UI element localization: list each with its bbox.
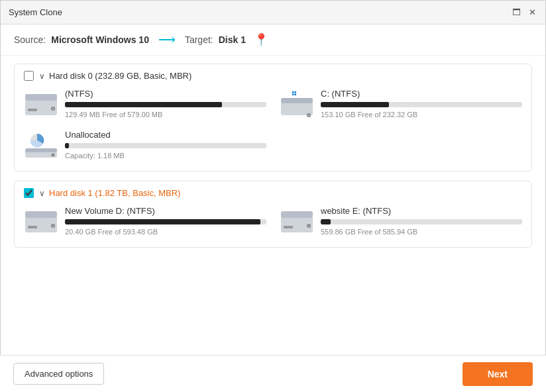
svg-rect-20	[25, 211, 57, 218]
disk-title-0: Hard disk 0 (232.89 GB, Basic, MBR)	[49, 71, 191, 81]
disk-drive-icon-0-1	[280, 89, 314, 121]
title-bar: System Clone 🗖 ✕	[1, 1, 545, 24]
partition-info-0-1: C: (NTFS)153.10 GB Free of 232.32 GB	[321, 89, 522, 119]
partition-item-0-0: (NTFS)129.49 MB Free of 579.00 MB	[24, 89, 266, 121]
svg-rect-13	[292, 94, 294, 96]
chevron-icon-1[interactable]: ∨	[39, 189, 45, 198]
partitions-grid-0: (NTFS)129.49 MB Free of 579.00 MB C: (NT	[24, 89, 522, 162]
content-area: ∨Hard disk 0 (232.89 GB, Basic, MBR) (NT…	[1, 56, 545, 367]
partition-item-0-2: UnallocatedCapacity: 1.18 MB	[24, 130, 266, 162]
partition-free-1-0: 20.40 GB Free of 593.48 GB	[65, 228, 266, 236]
svg-point-22	[52, 225, 54, 227]
partition-name-0-2: Unallocated	[65, 130, 266, 140]
disk-drive-icon-1-1	[280, 206, 314, 238]
partition-name-0-1: C: (NTFS)	[321, 89, 522, 99]
close-button[interactable]: ✕	[527, 7, 537, 18]
chevron-icon-0[interactable]: ∨	[39, 72, 45, 81]
disk-section-0: ∨Hard disk 0 (232.89 GB, Basic, MBR) (NT…	[14, 64, 532, 172]
footer: Advanced options Next	[0, 355, 546, 392]
title-controls: 🗖 ✕	[511, 7, 537, 18]
svg-point-3	[52, 108, 54, 110]
partition-name-1-0: New Volume D: (NTFS)	[65, 206, 266, 216]
pin-icon: 📍	[254, 32, 268, 47]
svg-rect-12	[295, 91, 297, 93]
usage-bar-bg-1-0	[65, 219, 266, 224]
partitions-grid-1: New Volume D: (NTFS)20.40 GB Free of 593…	[24, 206, 522, 238]
disk-header-0: ∨Hard disk 0 (232.89 GB, Basic, MBR)	[24, 71, 522, 81]
svg-rect-6	[281, 98, 313, 103]
svg-point-27	[308, 225, 310, 227]
usage-bar-fill-0-0	[65, 102, 222, 107]
svg-rect-14	[295, 94, 297, 96]
disk-checkbox-1[interactable]	[24, 188, 34, 198]
header-row: Source: Microsoft Windows 10 ⟶ Target: D…	[1, 24, 545, 56]
partition-free-0-1: 153.10 GB Free of 232.32 GB	[321, 111, 522, 119]
partition-info-1-1: website E: (NTFS)559.86 GB Free of 585.9…	[321, 206, 522, 236]
usage-bar-bg-0-2	[65, 143, 266, 148]
usage-bar-bg-0-1	[321, 102, 522, 107]
disk-drive-icon-1-0	[24, 206, 58, 238]
disk-drive-icon-0-0	[24, 89, 58, 121]
partition-free-0-0: 129.49 MB Free of 579.00 MB	[65, 111, 266, 119]
svg-rect-25	[281, 211, 313, 218]
minimize-button[interactable]: 🗖	[511, 7, 521, 18]
source-label: Source:	[14, 34, 46, 45]
disk-header-1: ∨Hard disk 1 (1.82 TB, Basic, MBR)	[24, 188, 522, 198]
disk-checkbox-0[interactable]	[24, 71, 34, 81]
next-button[interactable]: Next	[463, 362, 533, 386]
partition-info-0-2: UnallocatedCapacity: 1.18 MB	[65, 130, 266, 160]
source-value: Microsoft Windows 10	[51, 34, 149, 45]
svg-rect-23	[28, 226, 37, 228]
svg-point-8	[308, 115, 310, 117]
advanced-options-button[interactable]: Advanced options	[13, 363, 104, 385]
usage-bar-fill-1-1	[321, 219, 331, 224]
disk-section-1: ∨Hard disk 1 (1.82 TB, Basic, MBR) New V…	[14, 181, 532, 248]
usage-bar-fill-0-1	[321, 102, 389, 107]
target-label: Target:	[185, 34, 213, 45]
partition-item-1-1: website E: (NTFS)559.86 GB Free of 585.9…	[280, 206, 522, 238]
arrow-icon: ⟶	[158, 32, 176, 47]
partition-item-1-0: New Volume D: (NTFS)20.40 GB Free of 593…	[24, 206, 266, 238]
partition-item-0-1: C: (NTFS)153.10 GB Free of 232.32 GB	[280, 89, 522, 121]
disk-title-1: Hard disk 1 (1.82 TB, Basic, MBR)	[49, 188, 180, 198]
svg-rect-4	[28, 109, 37, 111]
usage-bar-bg-1-1	[321, 219, 522, 224]
svg-rect-28	[284, 226, 293, 228]
svg-rect-11	[292, 91, 294, 93]
partition-info-0-0: (NTFS)129.49 MB Free of 579.00 MB	[65, 89, 266, 119]
svg-rect-17	[25, 148, 57, 152]
partition-name-0-0: (NTFS)	[65, 89, 266, 99]
partition-name-1-1: website E: (NTFS)	[321, 206, 522, 216]
target-value: Disk 1	[219, 34, 246, 45]
disk-drive-icon-0-2	[24, 130, 58, 162]
usage-bar-bg-0-0	[65, 102, 266, 107]
window-title: System Clone	[9, 7, 62, 17]
partition-info-1-0: New Volume D: (NTFS)20.40 GB Free of 593…	[65, 206, 266, 236]
svg-rect-1	[25, 94, 57, 101]
partition-free-0-2: Capacity: 1.18 MB	[65, 152, 266, 160]
svg-point-18	[52, 154, 55, 157]
usage-bar-fill-0-2	[65, 143, 69, 148]
partition-free-1-1: 559.86 GB Free of 585.94 GB	[321, 228, 522, 236]
usage-bar-fill-1-0	[65, 219, 260, 224]
